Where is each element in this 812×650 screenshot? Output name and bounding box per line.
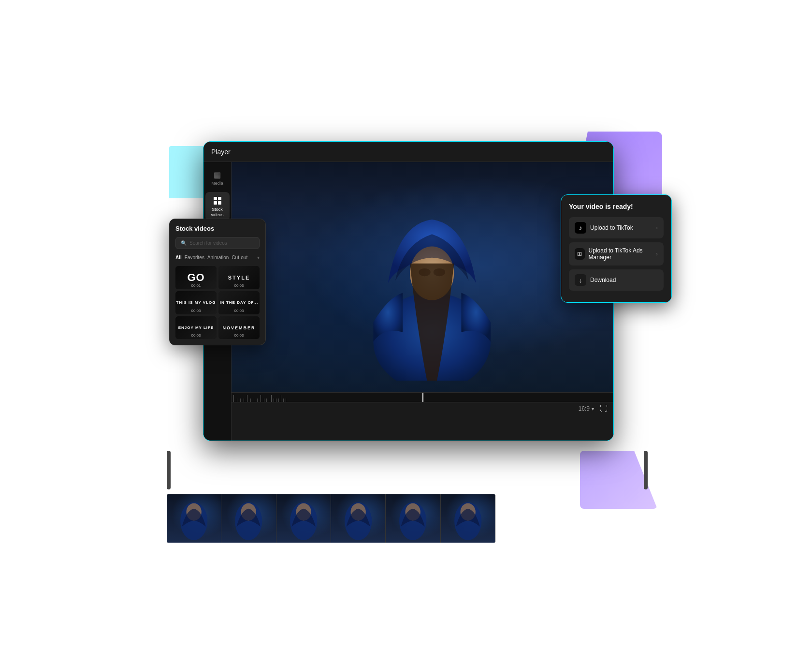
more-tabs-button[interactable]: ▾ — [257, 255, 260, 260]
tab-favorites[interactable]: Favorites — [185, 254, 204, 261]
sidebar-label-stock: Stockvideos — [211, 207, 223, 218]
stock-search-placeholder: Search for videos — [189, 240, 227, 246]
aspect-ratio-value: 16:9 — [579, 405, 590, 412]
stock-item-day-text: IN THE DAY OF... — [220, 300, 259, 305]
sidebar-label-media: Media — [211, 181, 223, 186]
svg-rect-2 — [214, 201, 217, 205]
filmstrip-frame-2 — [221, 494, 276, 543]
stock-search-box[interactable]: 🔍 Search for videos — [175, 237, 260, 249]
stock-item-style-text: STYLE — [228, 275, 250, 281]
svg-rect-0 — [214, 197, 217, 200]
scrollbar-left[interactable] — [167, 451, 171, 489]
tiktok-ads-icon: ⊞ — [575, 248, 585, 260]
upload-tiktok-ads-option[interactable]: ⊞ Upload to TikTok Ads Manager › — [569, 242, 664, 266]
timeline-area: 16:9 ▾ ⛶ — [232, 392, 613, 441]
stock-item-enjoy-text: ENJOY MY LIFE — [178, 325, 214, 330]
download-label: Download — [590, 277, 616, 283]
stock-item-vlog-duration: 00:03 — [191, 309, 201, 313]
stock-item-enjoy-duration: 00:03 — [191, 333, 201, 338]
download-left: ↓ Download — [575, 274, 616, 286]
aspect-ratio-select[interactable]: 16:9 ▾ — [579, 405, 594, 412]
search-icon: 🔍 — [181, 240, 187, 246]
svg-point-12 — [434, 268, 445, 276]
stock-item-vlog-text: THIS IS MY VLOG — [176, 300, 216, 305]
filmstrip-frame-6 — [441, 494, 495, 543]
editor-header: Player — [203, 142, 613, 162]
stock-item-day-duration: 00:03 — [234, 309, 244, 313]
stock-item-go-text: GO — [187, 271, 204, 284]
ready-title: Your video is ready! — [569, 203, 664, 210]
filmstrip-frame-1 — [167, 494, 221, 543]
tab-animation[interactable]: Animation — [207, 254, 229, 261]
filmstrip-frame-5 — [386, 494, 440, 543]
upload-tiktok-option[interactable]: ♪ Upload to TikTok › — [569, 217, 664, 238]
chevron-right-icon-ads: › — [656, 251, 658, 257]
filmstrip — [167, 494, 495, 543]
stock-tabs: All Favorites Animation Cut-out ▾ — [175, 254, 260, 261]
playhead — [422, 393, 423, 402]
sidebar-item-media[interactable]: ▦ Media — [205, 166, 230, 190]
filmstrip-frame-3 — [276, 494, 331, 543]
tiktok-icon: ♪ — [575, 222, 586, 234]
filmstrip-frame-4 — [331, 494, 386, 543]
download-icon: ↓ — [575, 274, 586, 286]
stock-item-november-text: NOVEMBER — [222, 325, 255, 330]
scrollbar-right[interactable] — [644, 451, 648, 489]
chevron-right-icon-tiktok: › — [656, 224, 658, 231]
fullscreen-button[interactable]: ⛶ — [600, 404, 608, 413]
stock-item-day[interactable]: IN THE DAY OF... 00:03 — [218, 291, 260, 314]
stock-item-go[interactable]: GO 00:01 — [175, 266, 217, 289]
stock-item-november-duration: 00:03 — [234, 333, 244, 338]
chevron-down-icon: ▾ — [592, 406, 594, 412]
svg-rect-3 — [218, 201, 221, 205]
stock-icon — [213, 196, 222, 206]
upload-tiktok-left: ♪ Upload to TikTok — [575, 222, 633, 234]
stock-panel: Stock videos 🔍 Search for videos All Fav… — [169, 219, 266, 345]
stock-panel-title: Stock videos — [175, 225, 260, 232]
stock-item-style[interactable]: STYLE 00:03 — [218, 266, 260, 289]
tab-all[interactable]: All — [175, 254, 182, 261]
editor-title: Player — [211, 148, 231, 156]
stock-item-style-duration: 00:03 — [234, 283, 244, 288]
svg-rect-1 — [218, 197, 221, 200]
stock-grid: GO 00:01 STYLE 00:03 THIS IS MY VLOG 00:… — [175, 266, 260, 339]
stock-item-vlog[interactable]: THIS IS MY VLOG 00:03 — [175, 291, 217, 314]
media-icon: ▦ — [213, 170, 222, 179]
content-area: 16:9 ▾ ⛶ — [232, 162, 613, 441]
stock-item-enjoy[interactable]: ENJOY MY LIFE 00:03 — [175, 316, 217, 340]
video-preview — [232, 162, 613, 392]
stock-item-november[interactable]: NOVEMBER 00:03 — [218, 316, 260, 340]
timeline-ruler — [232, 393, 613, 402]
person-silhouette — [346, 185, 518, 381]
player-controls: 16:9 ▾ ⛶ — [232, 402, 613, 415]
svg-point-11 — [419, 268, 430, 276]
sidebar-item-stock[interactable]: Stockvideos — [205, 192, 230, 222]
ready-popup: Your video is ready! ♪ Upload to TikTok … — [561, 194, 672, 303]
tab-cutout[interactable]: Cut-out — [232, 254, 247, 261]
upload-tiktok-label: Upload to TikTok — [590, 224, 633, 231]
download-option[interactable]: ↓ Download — [569, 269, 664, 291]
upload-tiktok-ads-left: ⊞ Upload to TikTok Ads Manager — [575, 247, 656, 261]
stock-item-go-duration: 00:01 — [191, 283, 201, 288]
upload-tiktok-ads-label: Upload to TikTok Ads Manager — [589, 247, 656, 261]
